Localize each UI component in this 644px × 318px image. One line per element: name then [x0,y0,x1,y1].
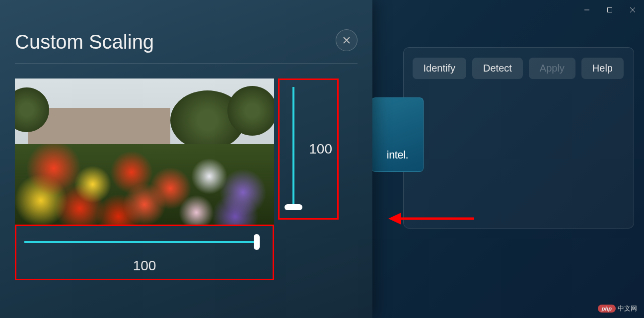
preview-image [15,79,274,225]
identify-button[interactable]: Identify [413,58,466,79]
minimize-icon [584,7,590,13]
modal-header: Custom Scaling [0,0,372,63]
modal-close-button[interactable] [336,29,358,51]
close-icon [343,36,351,44]
display-panel: Identify Detect Apply Help intel. [403,47,634,229]
maximize-icon [607,7,613,13]
vertical-slider-fill [292,87,294,206]
modal-title: Custom Scaling [15,31,154,53]
minimize-button[interactable] [575,0,598,20]
vertical-slider-value: 100 [309,141,332,157]
vertical-slider-track[interactable] [285,87,302,211]
watermark: php 中文网 [598,304,637,313]
apply-button: Apply [529,58,575,79]
detect-button[interactable]: Detect [472,58,523,79]
maximize-button[interactable] [598,0,621,20]
divider [15,63,358,64]
watermark-text: 中文网 [618,304,637,313]
scaling-content: 100 100 [0,79,372,280]
display-tile[interactable]: intel. [371,97,424,172]
vertical-scaling-slider: 100 [278,79,339,220]
vertical-slider-thumb[interactable] [285,204,302,210]
help-button[interactable]: Help [581,58,624,79]
action-button-row: Identify Detect Apply Help [414,58,624,79]
svg-rect-1 [608,8,612,12]
intel-logo: intel. [387,149,408,161]
watermark-pill: php [598,305,616,313]
horizontal-slider-value: 100 [133,258,156,274]
horizontal-scaling-slider: 100 [15,225,274,280]
horizontal-slider-track[interactable] [24,235,265,249]
close-icon [630,7,636,13]
window-controls [575,0,644,20]
window-close-button[interactable] [621,0,644,20]
horizontal-slider-thumb[interactable] [254,234,260,250]
custom-scaling-modal: Custom Scaling 100 [0,0,372,318]
horizontal-slider-fill [24,241,255,243]
svg-marker-7 [388,213,401,225]
left-column: 100 [15,79,274,280]
